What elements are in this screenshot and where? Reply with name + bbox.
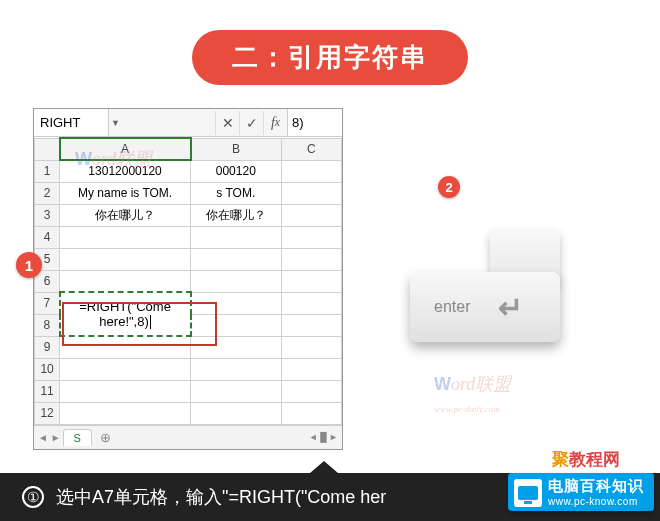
cell-a7-editing[interactable]: =RIGHT("Come here!",8) — [60, 292, 191, 336]
enter-key-label: enter — [434, 298, 470, 316]
row-header[interactable]: 4 — [35, 226, 60, 248]
cell[interactable] — [281, 292, 341, 314]
cell[interactable] — [191, 358, 282, 380]
cell[interactable] — [60, 402, 191, 424]
row-header[interactable]: 1 — [35, 160, 60, 182]
cell[interactable] — [191, 248, 282, 270]
cell-c2[interactable] — [281, 182, 341, 204]
row-header[interactable]: 11 — [35, 380, 60, 402]
cell[interactable] — [191, 270, 282, 292]
cell[interactable] — [281, 270, 341, 292]
enter-key-graphic: enter ↵ — [400, 222, 570, 352]
site-badge-url: www.pc-know.com — [548, 496, 644, 507]
cell[interactable] — [191, 226, 282, 248]
cell-b1[interactable]: 000120 — [191, 160, 282, 182]
cell[interactable] — [281, 314, 341, 336]
cell-c1[interactable] — [281, 160, 341, 182]
cell[interactable] — [191, 314, 282, 336]
footer-arrow-icon — [310, 461, 338, 473]
cell[interactable] — [60, 248, 191, 270]
cell-a3[interactable]: 你在哪儿？ — [60, 204, 191, 226]
fx-icon[interactable]: fx — [263, 111, 287, 135]
sheet-tab[interactable]: S — [63, 429, 92, 446]
spreadsheet-grid[interactable]: A B C 113012000120000120 2My name is TOM… — [34, 137, 342, 425]
name-box[interactable]: RIGHT — [34, 109, 109, 136]
add-sheet-icon[interactable]: ⊕ — [94, 430, 117, 445]
footer-text: 选中A7单元格，输入"=RIGHT("Come her — [56, 485, 386, 509]
row-header[interactable]: 2 — [35, 182, 60, 204]
tab-nav-icons[interactable]: ◄ ► — [38, 432, 61, 443]
cell-a2[interactable]: My name is TOM. — [60, 182, 191, 204]
text-cursor — [150, 315, 151, 329]
col-header-c[interactable]: C — [281, 138, 341, 160]
footer-step-num: ① — [22, 486, 44, 508]
cell-b3[interactable]: 你在哪儿？ — [191, 204, 282, 226]
site-badge: 电脑百科知识 www.pc-know.com — [508, 473, 654, 511]
row-header[interactable]: 3 — [35, 204, 60, 226]
enter-key-main: enter ↵ — [410, 272, 560, 342]
formula-bar-row: RIGHT ▼ ✕ ✓ fx 8) — [34, 109, 342, 137]
monitor-icon — [514, 479, 542, 507]
row-header[interactable]: 8 — [35, 314, 60, 336]
page-title: 二：引用字符串 — [192, 30, 468, 85]
row-header[interactable]: 7 — [35, 292, 60, 314]
sheet-tabs-row: ◄ ► S ⊕ ◄ █ ► — [34, 425, 342, 449]
cell[interactable] — [60, 358, 191, 380]
cell[interactable] — [281, 380, 341, 402]
cell[interactable] — [281, 358, 341, 380]
cell-c3[interactable] — [281, 204, 341, 226]
cell[interactable] — [60, 270, 191, 292]
namebox-dropdown-icon[interactable]: ▼ — [109, 118, 121, 128]
row-header[interactable]: 10 — [35, 358, 60, 380]
cancel-icon[interactable]: ✕ — [215, 111, 239, 135]
cell[interactable] — [191, 380, 282, 402]
hscroll-icons[interactable]: ◄ █ ► — [309, 432, 338, 442]
cell[interactable] — [281, 402, 341, 424]
cell[interactable] — [191, 336, 282, 358]
cell[interactable] — [281, 336, 341, 358]
formula-bar-input[interactable]: 8) — [287, 109, 342, 136]
step-badge-2: 2 — [438, 176, 460, 198]
col-header-a[interactable]: A — [60, 138, 191, 160]
confirm-icon[interactable]: ✓ — [239, 111, 263, 135]
cell[interactable] — [60, 226, 191, 248]
site-logo-text: 聚教程网 — [552, 448, 620, 471]
cell[interactable] — [191, 292, 282, 314]
select-all-corner[interactable] — [35, 138, 60, 160]
cell[interactable] — [281, 226, 341, 248]
excel-window: RIGHT ▼ ✕ ✓ fx 8) A B C 1130120001200001… — [33, 108, 343, 450]
row-header[interactable]: 12 — [35, 402, 60, 424]
watermark: Word联盟www.pc-daily.com — [434, 372, 511, 417]
cell-a1[interactable]: 13012000120 — [60, 160, 191, 182]
cell[interactable] — [191, 402, 282, 424]
site-badge-title: 电脑百科知识 — [548, 477, 644, 496]
row-header[interactable]: 9 — [35, 336, 60, 358]
cell[interactable] — [60, 380, 191, 402]
step-badge-1: 1 — [16, 252, 42, 278]
cell-b2[interactable]: s TOM. — [191, 182, 282, 204]
col-header-b[interactable]: B — [191, 138, 282, 160]
cell[interactable] — [281, 248, 341, 270]
cell[interactable] — [60, 336, 191, 358]
enter-arrow-icon: ↵ — [498, 290, 523, 325]
